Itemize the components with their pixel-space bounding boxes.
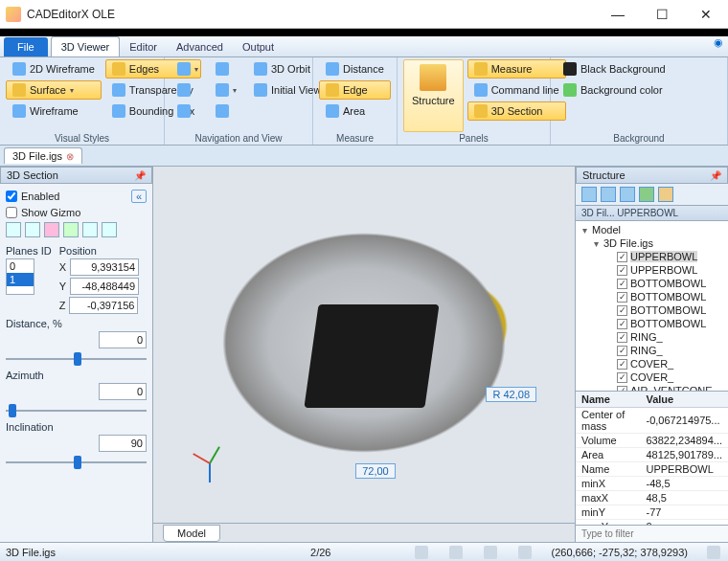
collapse-icon[interactable]: «: [131, 190, 147, 203]
btn-nav2[interactable]: [171, 80, 205, 100]
status-file: 3D File.igs: [6, 547, 56, 558]
group-navigation: Navigation and View: [171, 132, 307, 145]
tool6-icon[interactable]: [102, 222, 117, 237]
home-icon: [254, 83, 267, 97]
tab-3d-viewer[interactable]: 3D Viewer: [51, 36, 121, 56]
tree-item[interactable]: RING_: [630, 345, 663, 356]
btn-2d-wireframe[interactable]: 2D Wireframe: [6, 59, 102, 79]
btn-black-bg[interactable]: Black Background: [557, 59, 672, 79]
pin-icon[interactable]: 📌: [134, 170, 146, 181]
zoom-icon: [177, 104, 191, 118]
expand-icon[interactable]: [620, 187, 635, 202]
btn-wireframe[interactable]: Wireframe: [6, 101, 102, 121]
maximize-button[interactable]: ☐: [640, 0, 684, 29]
export-icon[interactable]: [658, 187, 673, 202]
azimuth-slider[interactable]: [6, 402, 147, 419]
pos-x[interactable]: [70, 258, 139, 276]
btn-nav3[interactable]: [171, 101, 205, 121]
panel-3d-section: 3D Section📌 Enabled « Show Gizmo Planes …: [0, 167, 153, 542]
tree-icon[interactable]: [581, 187, 597, 202]
tool4-icon[interactable]: [63, 222, 79, 237]
structure-tree[interactable]: ▾Model▾3D File.igs ✓UPPERBOWL ✓UPPERBOWL…: [576, 221, 728, 391]
sb-icon3[interactable]: [484, 546, 497, 559]
tool5-icon[interactable]: [82, 222, 98, 237]
sb-icon2[interactable]: [449, 546, 463, 559]
transparency-icon: [112, 83, 125, 97]
refresh-icon[interactable]: [639, 187, 654, 202]
inclination-slider[interactable]: [6, 454, 147, 471]
breadcrumb[interactable]: 3D Fil... UPPERBOWL: [576, 206, 728, 221]
axis-triad: [192, 446, 230, 484]
tree-item[interactable]: BOTTOMBOWL: [630, 278, 706, 289]
close-tab-icon[interactable]: ⊗: [66, 151, 74, 162]
window-title: CADEditorX OLE: [27, 8, 596, 21]
btn-distance[interactable]: Distance: [319, 59, 391, 79]
section-toolbar: [6, 222, 147, 237]
compass-icon: [216, 104, 229, 118]
pos-y[interactable]: [70, 278, 139, 295]
menubar: File 3D Viewer Editor Advanced Output ◉: [0, 36, 728, 57]
help-icon[interactable]: ◉: [709, 36, 728, 56]
btn-nav5[interactable]: ▾: [209, 80, 243, 100]
btn-nav4[interactable]: [209, 59, 243, 79]
titlebar: CADEditorX OLE — ☐ ✕: [0, 0, 728, 29]
distance-input[interactable]: [99, 331, 147, 348]
btn-area[interactable]: Area: [319, 101, 391, 121]
tab-editor[interactable]: Editor: [120, 36, 167, 56]
tree-item[interactable]: COVER_: [630, 358, 673, 370]
ribbon: 2D Wireframe Surface▾ Wireframe Edges Tr…: [0, 57, 728, 146]
dim-radius: R 42,08: [486, 387, 536, 402]
azimuth-input[interactable]: [99, 383, 147, 400]
cmd-icon: [474, 83, 488, 97]
tree-item[interactable]: RING_: [630, 331, 663, 343]
3d-viewport[interactable]: R 42,08 72,00: [153, 167, 575, 523]
tool1-icon[interactable]: [6, 222, 21, 237]
surface-icon: [12, 83, 26, 97]
tree-item[interactable]: UPPERBOWL: [630, 264, 697, 276]
panel-title: 3D Section: [7, 169, 58, 181]
btn-nav6[interactable]: [209, 101, 243, 121]
tool2-icon[interactable]: [25, 222, 40, 237]
btn-edge[interactable]: Edge: [319, 80, 391, 100]
btn-structure-panel[interactable]: Structure: [403, 59, 464, 132]
filter-input[interactable]: [576, 526, 728, 542]
viewport-area: R 42,08 72,00 Model: [153, 167, 575, 542]
black-bg-icon: [563, 62, 577, 76]
btn-bg-color[interactable]: Background color: [557, 80, 672, 100]
btn-surface[interactable]: Surface▾: [6, 80, 102, 100]
close-button[interactable]: ✕: [684, 0, 728, 29]
columns-icon[interactable]: [601, 187, 616, 202]
tree-item[interactable]: COVER_: [630, 371, 673, 383]
minimize-button[interactable]: —: [596, 0, 640, 29]
section-cut: [305, 304, 440, 408]
distance-slider[interactable]: [6, 350, 147, 368]
btn-nav1[interactable]: ▾: [171, 59, 205, 79]
bbox-icon: [112, 104, 125, 118]
rotate-icon: [177, 62, 191, 76]
sb-icon4[interactable]: [518, 546, 532, 559]
inclination-input[interactable]: [99, 435, 147, 452]
properties-grid: NameValueCenter of mass-0,067214975...Vo…: [576, 391, 728, 525]
tab-advanced[interactable]: Advanced: [167, 36, 233, 56]
tree-item[interactable]: BOTTOMBOWL: [630, 291, 706, 303]
pos-z[interactable]: [69, 297, 138, 314]
edges-icon: [112, 62, 125, 76]
tab-file[interactable]: File: [4, 37, 48, 56]
chk-gizmo[interactable]: [6, 207, 17, 218]
tree-item[interactable]: BOTTOMBOWL: [630, 318, 706, 329]
chk-enabled[interactable]: [6, 191, 17, 202]
tab-output[interactable]: Output: [233, 36, 284, 56]
pin-icon[interactable]: 📌: [710, 170, 721, 181]
tool3-icon[interactable]: [44, 222, 59, 237]
structure-icon: [420, 64, 446, 91]
sb-icon5[interactable]: [707, 546, 720, 559]
tree-item[interactable]: UPPERBOWL: [630, 251, 697, 262]
pan-icon: [177, 83, 191, 97]
sb-icon1[interactable]: [415, 546, 428, 559]
measure-icon: [474, 62, 488, 76]
tab-model[interactable]: Model: [163, 525, 220, 542]
tree-item[interactable]: BOTTOMBOWL: [630, 304, 706, 316]
file-tab[interactable]: 3D File.igs⊗: [4, 147, 82, 164]
orbit-icon: [254, 62, 267, 76]
planes-list[interactable]: 0 1: [6, 258, 34, 295]
